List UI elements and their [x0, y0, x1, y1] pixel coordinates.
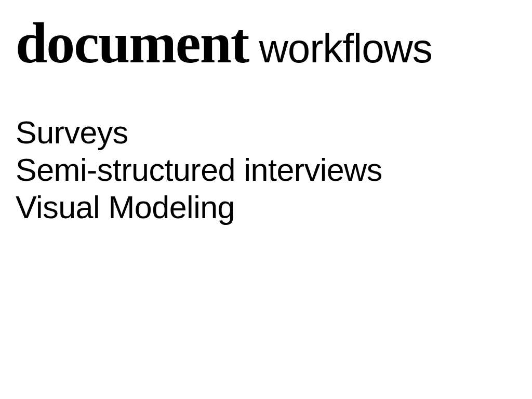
heading-bold: document	[16, 15, 248, 72]
item-list: Surveys Semi-structured interviews Visua…	[16, 114, 516, 227]
list-item: Surveys	[16, 114, 516, 152]
slide-heading: document workflows	[16, 15, 516, 72]
heading-light: workflows	[259, 28, 432, 69]
list-item: Visual Modeling	[16, 189, 516, 227]
list-item: Semi-structured interviews	[16, 152, 516, 189]
